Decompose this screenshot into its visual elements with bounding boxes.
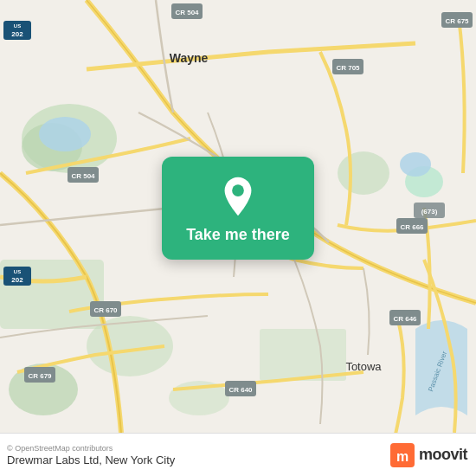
svg-point-10	[39, 117, 91, 151]
svg-text:CR 504: CR 504	[71, 172, 95, 180]
svg-text:202: 202	[11, 276, 23, 284]
svg-text:CR 679: CR 679	[28, 372, 52, 380]
location-name: Drewmar Labs Ltd, New York City	[7, 453, 175, 466]
svg-text:m: m	[396, 449, 408, 464]
svg-text:Wayne: Wayne	[170, 51, 209, 65]
bottom-left: © OpenStreetMap contributors Drewmar Lab…	[7, 444, 175, 466]
svg-text:202: 202	[11, 30, 23, 38]
cta-card[interactable]: Take me there	[162, 157, 314, 260]
svg-text:US: US	[14, 269, 21, 274]
svg-text:CR 670: CR 670	[93, 306, 118, 314]
map-container: US 202 US 202 CR 504 CR 504 CR 705 CR 67…	[0, 0, 476, 433]
svg-text:CR 646: CR 646	[393, 315, 417, 323]
osm-attribution: © OpenStreetMap contributors	[7, 444, 175, 453]
svg-point-4	[338, 151, 389, 195]
svg-rect-6	[260, 329, 346, 381]
svg-text:CR 666: CR 666	[400, 223, 424, 231]
svg-point-11	[400, 152, 431, 177]
svg-text:Totowa: Totowa	[345, 360, 382, 373]
take-me-there-button[interactable]: Take me there	[186, 226, 290, 244]
bottom-bar: © OpenStreetMap contributors Drewmar Lab…	[0, 433, 476, 476]
moovit-icon: m	[390, 443, 415, 467]
svg-point-43	[232, 184, 244, 196]
svg-text:CR 504: CR 504	[175, 9, 199, 16]
svg-text:US: US	[14, 23, 21, 29]
location-pin-icon	[217, 176, 259, 217]
svg-text:CR 675: CR 675	[445, 17, 469, 25]
svg-text:(673): (673)	[421, 208, 438, 215]
svg-text:CR 640: CR 640	[228, 386, 253, 394]
moovit-logo[interactable]: m moovit	[390, 443, 467, 467]
svg-text:CR 705: CR 705	[336, 64, 360, 72]
moovit-text: moovit	[419, 446, 467, 464]
